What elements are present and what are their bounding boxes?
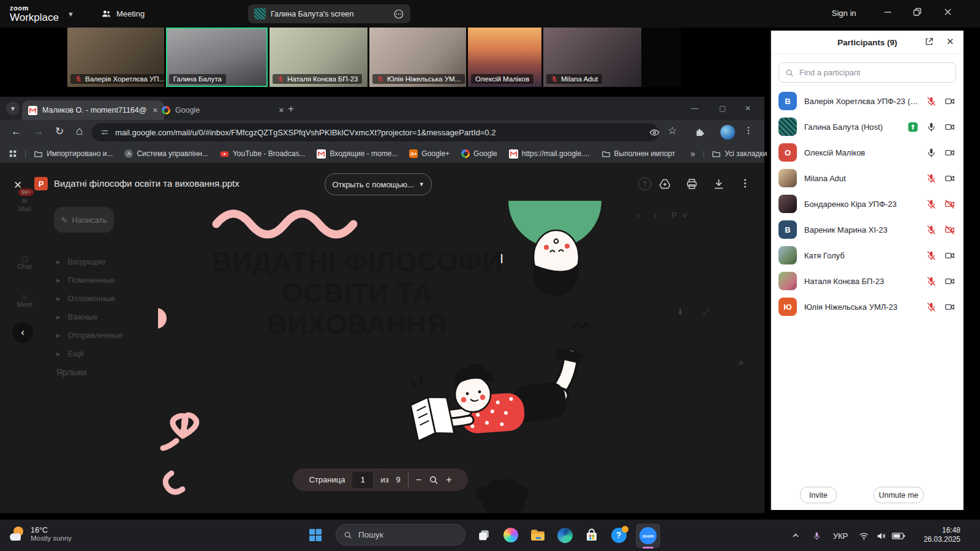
tab-search-icon[interactable]: ▼ bbox=[6, 102, 20, 115]
search-input[interactable] bbox=[798, 67, 949, 78]
panel-close-icon[interactable]: ✕ bbox=[946, 36, 954, 47]
restore-button[interactable] bbox=[913, 7, 922, 17]
more-options-icon[interactable] bbox=[393, 9, 404, 20]
participant-row[interactable]: Milana Adut bbox=[771, 165, 963, 191]
site-info-icon[interactable] bbox=[100, 128, 109, 137]
bookmark-item[interactable]: АСистема управлінн... bbox=[124, 149, 208, 158]
time: 16:48 bbox=[905, 526, 960, 535]
participant-row[interactable]: ВВареник Марина ХІ-23 bbox=[771, 217, 963, 242]
mic-in-use-icon[interactable] bbox=[812, 520, 821, 551]
collapse-sidebar-button[interactable]: ‹ bbox=[12, 322, 33, 343]
video-tile[interactable]: Валерія Хоретлєва УП... bbox=[67, 28, 164, 87]
reload-icon[interactable]: ↻ bbox=[55, 126, 64, 137]
minimize-button[interactable] bbox=[883, 7, 892, 17]
zoom-out-icon[interactable]: − bbox=[416, 474, 421, 485]
viewer-more-icon[interactable] bbox=[739, 178, 751, 189]
bookmark-item[interactable]: Google bbox=[461, 149, 497, 158]
youtube-icon bbox=[220, 149, 229, 159]
video-tile[interactable]: Milana Adut bbox=[543, 28, 641, 87]
new-tab-button[interactable]: + bbox=[288, 103, 294, 115]
clock[interactable]: 16:48 26.03.2025 bbox=[905, 526, 960, 544]
participant-row[interactable]: Бондаренко Кіра УПФ-23 bbox=[771, 191, 963, 217]
bookmark-star-icon[interactable]: ☆ bbox=[668, 126, 677, 136]
download-icon[interactable] bbox=[712, 178, 725, 190]
unmute-me-button[interactable]: Unmute me bbox=[873, 487, 924, 503]
volume-icon[interactable] bbox=[876, 520, 886, 551]
avatar bbox=[778, 118, 797, 136]
share-thumbnail-icon bbox=[254, 8, 266, 20]
store-icon[interactable] bbox=[582, 526, 601, 544]
all-bookmarks-folder[interactable]: Усі закладки bbox=[712, 149, 767, 159]
get-help-icon[interactable]: ? bbox=[609, 526, 628, 544]
zoom-app-icon[interactable]: zoom bbox=[636, 523, 660, 548]
language-indicator[interactable]: УКР bbox=[833, 520, 848, 551]
print-icon[interactable] bbox=[685, 178, 698, 190]
zoom-in-icon[interactable]: + bbox=[446, 474, 451, 485]
copilot-icon[interactable] bbox=[502, 526, 520, 544]
participant-row[interactable]: ЮЮлія Ніжельська УМЛ-23 bbox=[771, 294, 963, 320]
bookmark-label: https://mail.google.... bbox=[522, 149, 590, 158]
shared-maximize-icon[interactable]: ▢ bbox=[719, 104, 726, 113]
participant-row[interactable]: ООлексій Маліков bbox=[771, 140, 963, 165]
apps-grid-icon[interactable] bbox=[9, 149, 17, 158]
eye-icon[interactable] bbox=[649, 127, 660, 138]
open-with-button[interactable]: Открыть с помощью...▼ bbox=[325, 173, 432, 195]
bookmarks-overflow-icon[interactable]: » bbox=[690, 149, 695, 159]
browser-menu-icon[interactable] bbox=[744, 126, 753, 135]
start-button[interactable] bbox=[306, 526, 325, 544]
browser-tab-google[interactable]: Google ✕ bbox=[156, 100, 290, 120]
gmail-sidebar-item: ▸Отправленные bbox=[56, 327, 123, 343]
tray-chevron-icon[interactable] bbox=[791, 520, 800, 551]
magnifier-icon[interactable] bbox=[429, 475, 439, 485]
task-view-icon[interactable] bbox=[475, 526, 493, 544]
close-button[interactable] bbox=[943, 7, 952, 17]
battery-icon[interactable] bbox=[892, 520, 905, 551]
profile-avatar[interactable] bbox=[720, 125, 735, 140]
forward-icon[interactable]: → bbox=[33, 126, 43, 137]
bookmark-item[interactable]: Входящие - mome... bbox=[317, 149, 398, 159]
file-explorer-icon[interactable] bbox=[529, 526, 547, 544]
bookmark-item[interactable]: Выполнен импорт bbox=[601, 149, 676, 159]
wifi-icon[interactable] bbox=[859, 520, 869, 551]
participant-row[interactable]: Наталя Конєва БП-23 bbox=[771, 268, 963, 294]
extensions-icon[interactable] bbox=[695, 127, 704, 137]
camera-on-icon bbox=[944, 148, 955, 158]
participant-row[interactable]: Катя Голуб bbox=[771, 242, 963, 268]
participant-row[interactable]: Галина Балута (Host) bbox=[771, 114, 963, 140]
tab-close-icon[interactable]: ✕ bbox=[279, 107, 284, 114]
video-tile[interactable]: Олексій Маліков bbox=[468, 28, 541, 87]
back-icon[interactable]: ← bbox=[11, 126, 21, 137]
home-icon[interactable]: ⌂ bbox=[76, 125, 83, 137]
mic-on-icon bbox=[926, 122, 937, 132]
browser-tab-gmail[interactable]: Маликов О. - moment71164@ ✕ bbox=[22, 100, 164, 120]
invite-button[interactable]: Invite bbox=[800, 487, 837, 503]
tab-meeting[interactable]: Meeting bbox=[101, 9, 145, 19]
help-icon[interactable]: ? bbox=[638, 178, 651, 190]
mic-muted-icon bbox=[926, 96, 937, 107]
shared-minimize-icon[interactable]: — bbox=[691, 104, 698, 113]
taskbar-search-input[interactable] bbox=[357, 530, 468, 540]
add-to-drive-icon[interactable] bbox=[658, 178, 671, 190]
date: 26.03.2025 bbox=[905, 535, 960, 544]
page-number-input[interactable] bbox=[352, 472, 373, 488]
address-bar[interactable]: mail.google.com/mail/u/0/#inbox/FMfcgzQZ… bbox=[92, 123, 658, 141]
bookmark-item[interactable]: G+Google+ bbox=[409, 149, 450, 158]
sign-in-button[interactable]: Sign in bbox=[832, 9, 856, 18]
weather-widget[interactable]: 16°C Mostly sunny bbox=[7, 525, 72, 543]
bookmark-item[interactable]: YouTube - Broadcas... bbox=[220, 149, 306, 159]
viewer-close-icon[interactable]: ✕ bbox=[13, 179, 22, 192]
participant-search[interactable] bbox=[778, 62, 956, 83]
chevron-down-icon[interactable]: ▼ bbox=[67, 10, 74, 18]
curly-hair-doodle bbox=[476, 479, 529, 513]
video-tile[interactable]: Юлія Ніжельська УМ... bbox=[369, 28, 466, 87]
video-tile[interactable]: Галина Балута bbox=[166, 28, 268, 87]
video-tile[interactable]: Наталя Конєва БП-23 bbox=[270, 28, 368, 87]
edge-icon[interactable] bbox=[556, 526, 574, 544]
participant-row[interactable]: ВВалерія Хоретлєва УПФ-23 (Me) bbox=[771, 88, 963, 114]
bookmark-item[interactable]: Импортировано и... bbox=[34, 149, 113, 159]
screen-share-banner[interactable]: Галина Балута's screen bbox=[248, 4, 410, 23]
bookmark-item[interactable]: https://mail.google.... bbox=[509, 149, 590, 159]
shared-close-icon[interactable]: ✕ bbox=[745, 104, 751, 113]
taskbar-search[interactable] bbox=[336, 524, 466, 545]
popout-icon[interactable] bbox=[924, 37, 934, 47]
